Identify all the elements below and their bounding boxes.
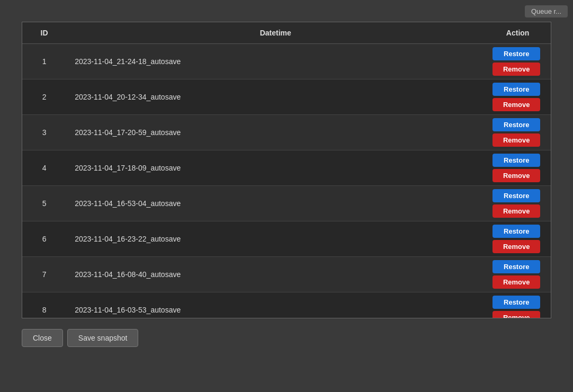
restore-button[interactable]: Restore	[493, 225, 540, 238]
row-id: 6	[22, 221, 66, 257]
queue-label: Queue r...	[525, 5, 568, 17]
table-row: 52023-11-04_16-53-04_autosaveRestoreRemo…	[22, 186, 551, 221]
save-snapshot-button[interactable]: Save snapshot	[67, 329, 139, 347]
remove-button[interactable]: Remove	[493, 311, 540, 318]
row-action-cell: RestoreRemove	[485, 292, 548, 318]
row-datetime: 2023-11-04_17-18-09_autosave	[66, 150, 485, 186]
remove-button[interactable]: Remove	[493, 63, 540, 76]
table-row: 72023-11-04_16-08-40_autosaveRestoreRemo…	[22, 257, 551, 292]
row-id: 2	[22, 79, 66, 115]
row-datetime: 2023-11-04_16-08-40_autosave	[66, 257, 485, 292]
row-action-cell: RestoreRemove	[485, 186, 548, 221]
column-header-datetime: Datetime	[66, 22, 485, 44]
restore-button[interactable]: Restore	[493, 154, 540, 167]
row-datetime: 2023-11-04_20-12-34_autosave	[66, 79, 485, 115]
snapshot-table: ID Datetime Action 12023-11-04_21-24-18_…	[22, 22, 551, 318]
row-action-cell: RestoreRemove	[485, 221, 548, 256]
row-datetime: 2023-11-04_16-23-22_autosave	[66, 221, 485, 257]
restore-button[interactable]: Restore	[493, 189, 540, 202]
restore-button[interactable]: Restore	[493, 296, 540, 309]
remove-button[interactable]: Remove	[493, 275, 540, 289]
bottom-bar: Close Save snapshot	[22, 329, 551, 347]
restore-button[interactable]: Restore	[493, 83, 540, 96]
table-header-row: ID Datetime Action	[22, 22, 551, 44]
table-row: 62023-11-04_16-23-22_autosaveRestoreRemo…	[22, 221, 551, 257]
remove-button[interactable]: Remove	[493, 169, 540, 182]
table-row: 82023-11-04_16-03-53_autosaveRestoreRemo…	[22, 292, 551, 319]
close-button[interactable]: Close	[22, 329, 63, 347]
row-action-cell: RestoreRemove	[485, 79, 548, 114]
row-id: 4	[22, 150, 66, 186]
table-row: 42023-11-04_17-18-09_autosaveRestoreRemo…	[22, 150, 551, 186]
row-datetime: 2023-11-04_17-20-59_autosave	[66, 115, 485, 150]
remove-button[interactable]: Remove	[493, 240, 540, 253]
row-datetime: 2023-11-04_16-03-53_autosave	[66, 292, 485, 319]
row-id: 7	[22, 257, 66, 292]
table-row: 32023-11-04_17-20-59_autosaveRestoreRemo…	[22, 115, 551, 150]
row-id: 8	[22, 292, 66, 319]
row-action-cell: RestoreRemove	[485, 257, 548, 292]
table-row: 22023-11-04_20-12-34_autosaveRestoreRemo…	[22, 79, 551, 115]
remove-button[interactable]: Remove	[493, 98, 540, 111]
snapshot-table-container[interactable]: ID Datetime Action 12023-11-04_21-24-18_…	[22, 22, 551, 318]
row-action-cell: RestoreRemove	[485, 115, 548, 150]
row-id: 5	[22, 186, 66, 221]
restore-button[interactable]: Restore	[493, 47, 540, 60]
restore-button[interactable]: Restore	[493, 260, 540, 273]
restore-button[interactable]: Restore	[493, 118, 540, 131]
row-datetime: 2023-11-04_21-24-18_autosave	[66, 44, 485, 79]
remove-button[interactable]: Remove	[493, 133, 540, 147]
row-action-cell: RestoreRemove	[485, 44, 548, 79]
row-id: 1	[22, 44, 66, 79]
column-header-id: ID	[22, 22, 66, 44]
row-datetime: 2023-11-04_16-53-04_autosave	[66, 186, 485, 221]
table-row: 12023-11-04_21-24-18_autosaveRestoreRemo…	[22, 44, 551, 79]
remove-button[interactable]: Remove	[493, 204, 540, 218]
row-id: 3	[22, 115, 66, 150]
column-header-action: Action	[485, 22, 551, 44]
row-action-cell: RestoreRemove	[485, 150, 548, 185]
